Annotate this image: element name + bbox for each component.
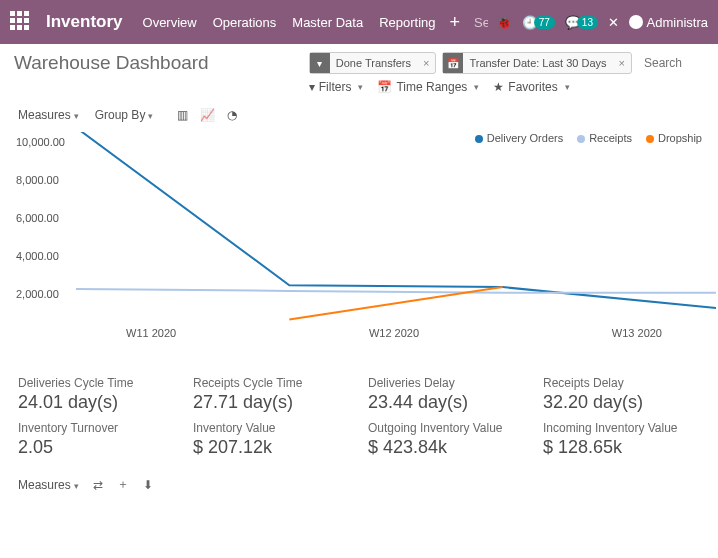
groupby-dropdown[interactable]: Group By [95, 108, 154, 122]
download-icon[interactable]: ⬇ [143, 478, 153, 492]
search-facets: ▾ Done Transfers × 📅 Transfer Date: Last… [309, 52, 704, 74]
user-name: Administra [647, 15, 708, 30]
kpi-label: Receipts Cycle Time [193, 376, 350, 390]
new-icon[interactable]: + [450, 12, 461, 33]
kpi-card: Outgoing Inventory Value$ 423.84k [368, 421, 525, 458]
kpi-label: Deliveries Delay [368, 376, 525, 390]
measures-dropdown-bottom[interactable]: Measures [18, 478, 79, 492]
chart-series-line [76, 289, 716, 293]
funnel-icon: ▾ [309, 80, 315, 94]
kpi-card: Receipts Delay32.20 day(s) [543, 376, 700, 413]
kpi-card: Deliveries Cycle Time24.01 day(s) [18, 376, 175, 413]
menu-overview[interactable]: Overview [143, 15, 197, 30]
kpi-value: 32.20 day(s) [543, 392, 700, 413]
apps-icon[interactable] [10, 11, 32, 33]
expand-icon[interactable]: ＋ [117, 476, 129, 493]
chart-svg [76, 132, 716, 332]
kpi-value: $ 423.84k [368, 437, 525, 458]
pie-chart-icon[interactable]: ◔ [227, 108, 237, 122]
global-search-input[interactable] [474, 15, 488, 30]
kpi-label: Outgoing Inventory Value [368, 421, 525, 435]
messages-badge: 13 [577, 16, 598, 29]
main-menu: Overview Operations Master Data Reportin… [143, 15, 436, 30]
facet-done-transfers[interactable]: ▾ Done Transfers × [309, 52, 437, 74]
calendar-icon: 📅 [377, 80, 392, 94]
facet-label: Done Transfers [330, 57, 417, 69]
page-title: Warehouse Dashboard [14, 52, 299, 74]
filters-dropdown[interactable]: ▾ Filters [309, 80, 364, 94]
kpi-label: Inventory Turnover [18, 421, 175, 435]
funnel-icon: ▾ [310, 53, 330, 73]
favorites-label: Favorites [508, 80, 557, 94]
x-axis-tick: W11 2020 [126, 327, 176, 339]
avatar [629, 15, 643, 29]
facet-label: Transfer Date: Last 30 Days [463, 57, 612, 69]
flip-axis-icon[interactable]: ⇄ [93, 478, 103, 492]
measures-dropdown[interactable]: Measures [18, 108, 79, 122]
y-axis-tick: 6,000.00 [16, 212, 59, 224]
favorites-dropdown[interactable]: ★ Favorites [493, 80, 569, 94]
app-brand[interactable]: Inventory [46, 12, 123, 32]
facet-remove-icon[interactable]: × [613, 57, 631, 69]
x-axis-tick: W13 2020 [612, 327, 662, 339]
line-chart-icon[interactable]: 📈 [200, 108, 215, 122]
facet-remove-icon[interactable]: × [417, 57, 435, 69]
kpi-label: Receipts Delay [543, 376, 700, 390]
kpi-grid: Deliveries Cycle Time24.01 day(s)Receipt… [0, 362, 718, 466]
kpi-value: 2.05 [18, 437, 175, 458]
kpi-card: Incoming Inventory Value$ 128.65k [543, 421, 700, 458]
search-input[interactable] [644, 56, 704, 70]
activities-badge: 77 [534, 16, 555, 29]
messages-icon[interactable]: 💬13 [565, 15, 598, 30]
x-axis-tick: W12 2020 [369, 327, 419, 339]
y-axis-tick: 4,000.00 [16, 250, 59, 262]
menu-master-data[interactable]: Master Data [292, 15, 363, 30]
star-icon: ★ [493, 80, 504, 94]
chart-series-line [76, 132, 716, 308]
kpi-card: Receipts Cycle Time27.71 day(s) [193, 376, 350, 413]
kpi-label: Incoming Inventory Value [543, 421, 700, 435]
calendar-icon: 📅 [443, 53, 463, 73]
debug-icon[interactable]: 🐞 [496, 15, 512, 30]
y-axis-tick: 2,000.00 [16, 288, 59, 300]
kpi-value: $ 207.12k [193, 437, 350, 458]
kpi-label: Deliveries Cycle Time [18, 376, 175, 390]
kpi-value: 24.01 day(s) [18, 392, 175, 413]
kpi-card: Deliveries Delay23.44 day(s) [368, 376, 525, 413]
activities-icon[interactable]: 🕘77 [522, 15, 555, 30]
filters-label: Filters [319, 80, 352, 94]
time-ranges-label: Time Ranges [396, 80, 467, 94]
facet-transfer-date[interactable]: 📅 Transfer Date: Last 30 Days × [442, 52, 632, 74]
menu-reporting[interactable]: Reporting [379, 15, 435, 30]
kpi-value: 23.44 day(s) [368, 392, 525, 413]
kpi-label: Inventory Value [193, 421, 350, 435]
bar-chart-icon[interactable]: ▥ [177, 108, 188, 122]
time-ranges-dropdown[interactable]: 📅 Time Ranges [377, 80, 479, 94]
kpi-value: $ 128.65k [543, 437, 700, 458]
kpi-card: Inventory Value$ 207.12k [193, 421, 350, 458]
menu-operations[interactable]: Operations [213, 15, 277, 30]
kpi-card: Inventory Turnover2.05 [18, 421, 175, 458]
chart-area: Delivery Orders Receipts Dropship 10,000… [6, 132, 712, 362]
close-icon[interactable]: ✕ [608, 15, 619, 30]
y-axis-tick: 10,000.00 [16, 136, 65, 148]
y-axis-tick: 8,000.00 [16, 174, 59, 186]
kpi-value: 27.71 day(s) [193, 392, 350, 413]
user-menu[interactable]: Administra [629, 15, 708, 30]
